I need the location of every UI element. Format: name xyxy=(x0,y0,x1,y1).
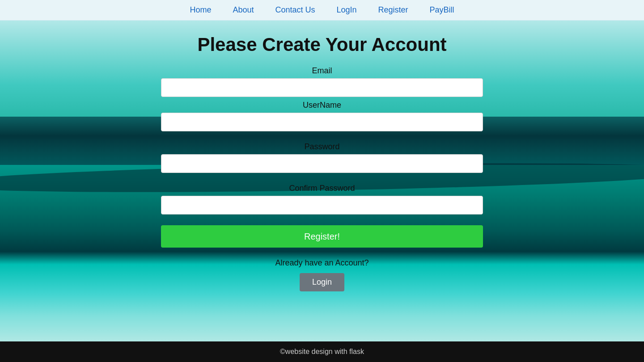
password-label: Password xyxy=(161,142,483,152)
nav-link-register[interactable]: Register xyxy=(378,5,408,15)
already-account-text: Already have an Account? xyxy=(275,258,369,268)
email-input[interactable] xyxy=(161,78,483,97)
nav-link-about[interactable]: About xyxy=(233,5,254,15)
register-form-container: Please Create Your Account Email UserNam… xyxy=(161,34,483,291)
confirm-password-field-group: Confirm Password xyxy=(161,184,483,215)
password-field-group: Password xyxy=(161,142,483,173)
email-field-group: Email xyxy=(161,66,483,97)
email-label: Email xyxy=(161,66,483,76)
nav-link-paybill[interactable]: PayBill xyxy=(430,5,454,15)
username-input[interactable] xyxy=(161,113,483,131)
confirm-password-label: Confirm Password xyxy=(161,184,483,193)
nav-link-login[interactable]: LogIn xyxy=(337,5,357,15)
page-title: Please Create Your Account xyxy=(197,34,446,55)
footer-text: ©website design with flask xyxy=(280,348,364,355)
main-nav: HomeAboutContact UsLogInRegisterPayBill xyxy=(0,0,644,21)
page-footer: ©website design with flask xyxy=(0,341,644,362)
password-input[interactable] xyxy=(161,154,483,173)
username-label: UserName xyxy=(161,101,483,110)
nav-link-contact-us[interactable]: Contact Us xyxy=(275,5,315,15)
register-button[interactable]: Register! xyxy=(161,225,483,248)
main-content: Please Create Your Account Email UserNam… xyxy=(0,21,644,341)
username-field-group: UserName xyxy=(161,101,483,131)
confirm-password-input[interactable] xyxy=(161,196,483,215)
login-button[interactable]: Login xyxy=(300,273,344,291)
nav-link-home[interactable]: Home xyxy=(190,5,211,15)
